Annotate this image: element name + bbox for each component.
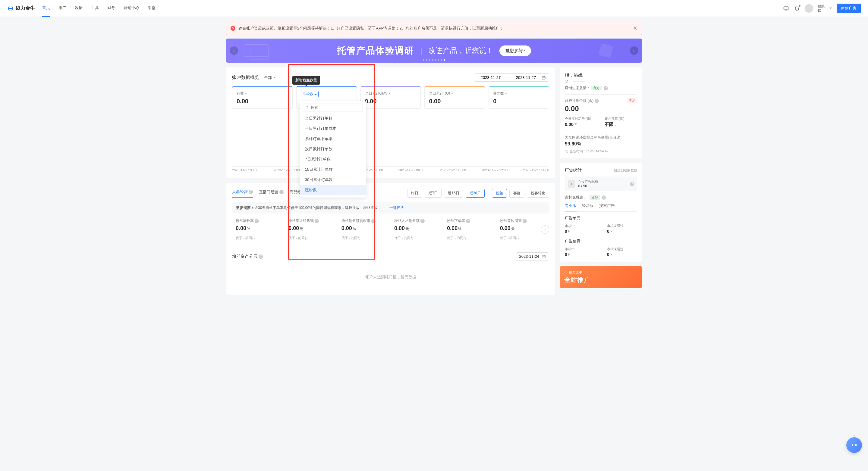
- management-filters: 昨日 近7日 近15日 近30日 粉丝 客群 粉客转化: [407, 189, 549, 198]
- dropdown-item-active[interactable]: 涨粉数: [300, 185, 366, 195]
- metric-spend[interactable]: 花费 0.00: [232, 87, 293, 109]
- material-badge: 良好: [590, 195, 600, 200]
- review-pending-label: 审核中: [565, 247, 595, 251]
- alert-close-button[interactable]: ✕: [633, 25, 638, 32]
- insight-link[interactable]: 一键投放: [390, 206, 404, 210]
- nav-promote[interactable]: 推广: [59, 0, 66, 17]
- nav-school[interactable]: 学堂: [148, 0, 156, 17]
- chevron-down-icon: [245, 93, 247, 95]
- metric-gmv[interactable]: 当日累计GMV 0.00: [361, 87, 421, 109]
- tag-btn-convert[interactable]: 粉客转化: [527, 189, 549, 198]
- date-range-picker[interactable]: →: [474, 73, 549, 81]
- review-pending-value[interactable]: 0: [565, 252, 595, 257]
- user-avatar[interactable]: [805, 4, 813, 13]
- header: 磁力金牛 首页 推广 数据 工具 财务 营销中心 学堂 姚姚 IC 新建广告: [0, 0, 868, 17]
- user-dropdown-chevron[interactable]: [830, 7, 832, 10]
- tab-crowd[interactable]: 人群经营?: [232, 189, 253, 198]
- svg-rect-0: [784, 7, 788, 10]
- nav-tools[interactable]: 工具: [91, 0, 99, 17]
- help-icon[interactable]: ?: [630, 182, 634, 186]
- time-btn-yesterday[interactable]: 昨日: [407, 189, 422, 198]
- tab-live[interactable]: 直播间经营?: [259, 189, 284, 198]
- nav-marketing[interactable]: 营销中心: [124, 0, 139, 17]
- date-from-input[interactable]: [477, 75, 504, 80]
- chart-x-labels: 2023-11-27 00:00 2023-11-27 02:00 2023-1…: [232, 167, 549, 172]
- id-row: ID：: [565, 79, 637, 84]
- time-btn-30d[interactable]: 近30日: [466, 189, 485, 198]
- help-icon[interactable]: ?: [315, 219, 319, 223]
- alert-error-icon: ✕: [230, 26, 236, 31]
- notification-badge: [799, 5, 801, 7]
- version-tab-biz[interactable]: 经营版: [582, 203, 594, 211]
- help-icon[interactable]: ?: [604, 86, 608, 90]
- dropdown-item[interactable]: 累计订单下单率: [300, 134, 366, 144]
- today-spend-value: 0.00: [565, 122, 597, 127]
- help-icon[interactable]: ?: [249, 190, 253, 194]
- notification-icon[interactable]: [794, 5, 800, 11]
- main-nav: 首页 推广 数据 工具 财务 营销中心 学堂: [42, 0, 156, 17]
- edit-icon: [615, 123, 618, 127]
- calendar-icon: [541, 255, 546, 259]
- review-pending-value[interactable]: 0: [565, 229, 595, 234]
- time-btn-15d[interactable]: 近15日: [444, 189, 463, 198]
- budget-value[interactable]: 不限: [604, 122, 637, 127]
- dropdown-item[interactable]: 当日累计订单数: [300, 113, 366, 124]
- user-name-block[interactable]: 姚姚 IC: [818, 4, 825, 13]
- ad-stats-card: 广告统计 自主创建的数据 1 在投广告配额 0 / 90 ? 素材低质感： 良好…: [560, 163, 642, 262]
- svg-rect-4: [542, 76, 546, 79]
- bottom-promo-banner[interactable]: 磁力金牛 全站推广: [560, 266, 642, 288]
- review-fail-value[interactable]: 0: [607, 252, 637, 257]
- dropdown-item[interactable]: 7日累计订单数: [300, 154, 366, 164]
- metric-fans[interactable]: 涨粉数 当日累计订单数 当日累计订单成本 累计订单下单率 次日累计订单数: [296, 87, 357, 109]
- dropdown-item[interactable]: 15日累计订单数: [300, 164, 366, 175]
- help-icon[interactable]: ?: [523, 219, 527, 223]
- user-name: 姚姚: [818, 4, 825, 8]
- dropdown-item[interactable]: 当日累计订单成本: [300, 124, 366, 134]
- loop-label: 大盘内循环虚拟金剩余额度(百分比): [565, 135, 637, 140]
- dropdown-item[interactable]: 30日累计订单数: [300, 175, 366, 185]
- help-icon[interactable]: ?: [258, 255, 263, 259]
- logo[interactable]: 磁力金牛: [7, 5, 35, 12]
- time-btn-7d[interactable]: 近7日: [425, 189, 442, 198]
- banner-title: 托管产品体验调研: [337, 44, 414, 57]
- management-header: 人群经营? 直播间经营? 商品经营? 昨日 近7日 近15日 近30日 粉丝 客…: [232, 189, 549, 198]
- help-icon[interactable]: ?: [371, 219, 375, 223]
- svg-point-5: [306, 106, 308, 108]
- svg-rect-2: [250, 49, 268, 60]
- new-ad-button[interactable]: 新建广告: [837, 4, 861, 13]
- message-icon[interactable]: [783, 5, 789, 11]
- banner-prev-button[interactable]: ‹: [230, 46, 238, 55]
- tag-btn-customers[interactable]: 客群: [509, 189, 524, 198]
- review-fail-value[interactable]: 0: [607, 229, 637, 234]
- clock-icon: [565, 150, 568, 153]
- balance-label: 账户可用余额 (币) ? 不足: [565, 98, 637, 103]
- metrics-next-button[interactable]: ›: [541, 225, 549, 234]
- version-tab-pro[interactable]: 专业版: [565, 203, 577, 211]
- nav-data[interactable]: 数据: [75, 0, 83, 17]
- metric-roi[interactable]: 当日累计ROI 0.00: [424, 87, 485, 109]
- promo-banner: ‹ 托管产品体验调研 | 改进产品，听您说！ 邀您参与 › ›: [226, 38, 642, 63]
- metric-exposure[interactable]: 曝光数 0: [489, 87, 549, 109]
- asset-date-picker[interactable]: 2023-11-24: [516, 253, 550, 261]
- overview-title: 账户数据概览: [232, 75, 259, 80]
- help-icon[interactable]: ?: [466, 219, 470, 223]
- help-icon[interactable]: ?: [255, 219, 259, 223]
- overview-filter[interactable]: 全部: [264, 75, 276, 80]
- banner-next-button[interactable]: ›: [630, 46, 638, 55]
- nav-home[interactable]: 首页: [42, 0, 50, 17]
- help-icon[interactable]: ?: [601, 196, 606, 200]
- help-icon[interactable]: ?: [595, 99, 599, 103]
- help-icon[interactable]: ?: [279, 190, 284, 194]
- metric-gmv-value: 0.00: [365, 98, 416, 105]
- version-tab-search[interactable]: 搜索广告: [599, 203, 615, 211]
- dropdown-search-input[interactable]: [311, 105, 360, 110]
- nav-finance[interactable]: 财务: [107, 0, 115, 17]
- dropdown-item[interactable]: 次日累计订单数: [300, 144, 366, 154]
- metric-roi-value: 0.00: [429, 98, 480, 105]
- banner-cta-button[interactable]: 邀您参与 ›: [499, 45, 531, 56]
- tag-btn-fans[interactable]: 粉丝: [492, 189, 507, 198]
- date-to-input[interactable]: [513, 75, 539, 80]
- dropdown-search[interactable]: [303, 104, 363, 111]
- banner-deco-left: [241, 41, 277, 60]
- help-icon[interactable]: ?: [421, 219, 425, 223]
